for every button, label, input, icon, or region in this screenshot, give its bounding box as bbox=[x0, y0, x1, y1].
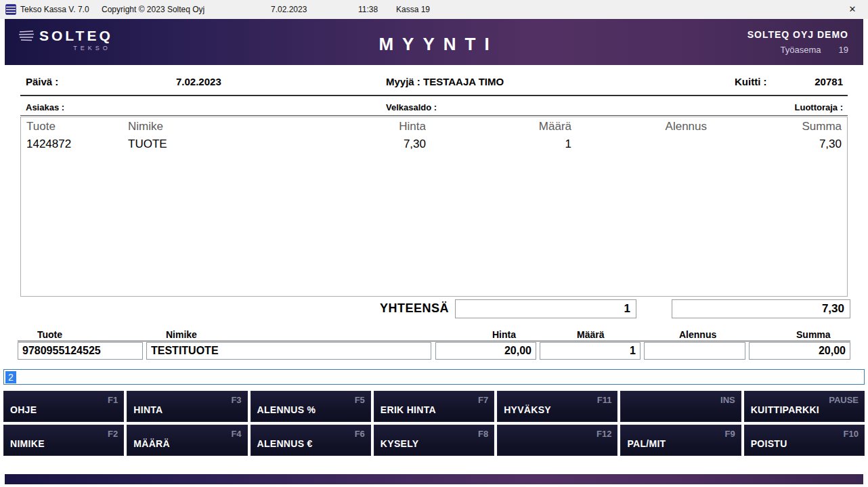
fkey-hint: F9 bbox=[725, 429, 735, 439]
seller-label: Myyjä : bbox=[386, 76, 420, 87]
entry-label-nimike: Nimike bbox=[166, 329, 197, 340]
solteq-logo: SOLTEQ TEKSO bbox=[18, 28, 113, 51]
entry-label-summa: Summa bbox=[796, 329, 831, 340]
debt-balance-label: Velkasaldo : bbox=[386, 102, 437, 112]
cell-alennus bbox=[571, 135, 707, 152]
hyvaksy-button[interactable]: HYVÄKSY F11 bbox=[497, 391, 617, 422]
divider bbox=[18, 341, 850, 341]
receipt-lines-table: Tuote Nimike Hinta Määrä Alennus Summa 1… bbox=[20, 117, 848, 297]
product-name-input[interactable] bbox=[146, 342, 431, 360]
entry-label-alennus: Alennus bbox=[679, 329, 716, 340]
fkey-hint: F8 bbox=[478, 429, 488, 439]
ohje-button[interactable]: OHJE F1 bbox=[3, 391, 124, 422]
cell-tuote: 1424872 bbox=[26, 135, 128, 152]
logo-subtext: TEKSO bbox=[18, 45, 113, 51]
total-sum-field: 7,30 bbox=[672, 299, 850, 318]
total-quantity-field: 1 bbox=[455, 299, 636, 318]
entry-label-tuote: Tuote bbox=[37, 329, 62, 340]
date-label: Päivä : bbox=[26, 76, 58, 87]
divider bbox=[20, 95, 848, 96]
fkey-hint: F3 bbox=[231, 395, 241, 405]
fkey-hint: F7 bbox=[478, 395, 488, 405]
seller-value: TESTAAJA TIMO bbox=[423, 76, 504, 87]
bottom-banner bbox=[5, 474, 863, 484]
fkey-hint: INS bbox=[720, 395, 735, 405]
sum-input[interactable] bbox=[749, 342, 850, 360]
table-row[interactable]: 1424872 TUOTE 7,30 1 7,30 bbox=[21, 135, 847, 152]
col-header-alennus: Alennus bbox=[571, 117, 707, 135]
poistu-button[interactable]: POISTU F10 bbox=[744, 425, 865, 456]
page-title: MYYNTI bbox=[370, 34, 498, 55]
alennus-euro-button[interactable]: ALENNUS € F6 bbox=[251, 425, 371, 456]
command-input[interactable]: 2 bbox=[3, 369, 865, 385]
col-header-summa: Summa bbox=[707, 117, 842, 135]
fkey-hint: F11 bbox=[597, 395, 612, 405]
command-selected-text: 2 bbox=[5, 371, 16, 383]
maara-button[interactable]: MÄÄRÄ F4 bbox=[127, 425, 247, 456]
fkey-hint: F6 bbox=[355, 429, 365, 439]
company-name: SOLTEQ OYJ DEMO bbox=[747, 29, 848, 40]
credit-limit-label: Luottoraja : bbox=[795, 102, 844, 112]
receipt-value: 20781 bbox=[815, 76, 843, 87]
total-label: YHTEENSÄ bbox=[380, 301, 449, 316]
fkey-hint: F2 bbox=[108, 429, 118, 439]
kysely-button[interactable]: KYSELY F8 bbox=[374, 425, 494, 456]
cell-nimike: TUOTE bbox=[128, 135, 318, 152]
quantity-input[interactable] bbox=[540, 342, 641, 360]
workstation-label: Työasema bbox=[781, 45, 821, 55]
workstation-info: Työasema19 bbox=[747, 45, 848, 55]
fkey-hint: F1 bbox=[108, 395, 118, 405]
app-header: SOLTEQ TEKSO MYYNTI SOLTEQ OYJ DEMO Työa… bbox=[5, 19, 863, 65]
solteq-logo-icon bbox=[18, 30, 35, 42]
fkey-hint: PAUSE bbox=[829, 395, 859, 405]
price-input[interactable] bbox=[435, 342, 536, 360]
fkey-hint: F12 bbox=[596, 429, 611, 439]
titlebar-date: 7.02.2023 bbox=[271, 5, 307, 14]
titlebar-register: Kassa 19 bbox=[396, 5, 430, 14]
col-header-maara: Määrä bbox=[426, 117, 571, 135]
titlebar: Tekso Kassa V. 7.0 Copyright © 2023 Solt… bbox=[0, 0, 868, 19]
pal-mit-button[interactable]: PAL/MIT F9 bbox=[620, 425, 741, 456]
product-code-input[interactable] bbox=[18, 342, 143, 360]
customer-label: Asiakas : bbox=[26, 102, 64, 112]
receipt-label: Kuitti : bbox=[735, 76, 766, 87]
cell-summa: 7,30 bbox=[707, 135, 842, 152]
fkey-hint: F5 bbox=[355, 395, 365, 405]
logo-text: SOLTEQ bbox=[39, 28, 113, 44]
function-key-grid: OHJE F1 HINTA F3 ALENNUS % F5 ERIK HINTA… bbox=[3, 391, 865, 456]
titlebar-time: 11:38 bbox=[358, 5, 378, 14]
entry-label-maara: Määrä bbox=[577, 329, 604, 340]
entry-label-hinta: Hinta bbox=[492, 329, 516, 340]
close-icon[interactable]: ✕ bbox=[837, 0, 868, 19]
window-title: Tekso Kassa V. 7.0 bbox=[20, 5, 89, 14]
workstation-number: 19 bbox=[839, 45, 848, 55]
seller-info: Myyjä : TESTAAJA TIMO bbox=[386, 76, 504, 87]
erik-hinta-button[interactable]: ERIK HINTA F7 bbox=[374, 391, 494, 422]
divider bbox=[20, 115, 848, 116]
fkey-hint: F4 bbox=[231, 429, 241, 439]
cell-hinta: 7,30 bbox=[318, 135, 426, 152]
col-header-tuote: Tuote bbox=[26, 117, 128, 135]
hinta-button[interactable]: HINTA F3 bbox=[127, 391, 247, 422]
cell-maara: 1 bbox=[426, 135, 571, 152]
col-header-nimike: Nimike bbox=[128, 117, 318, 135]
table-header-row: Tuote Nimike Hinta Määrä Alennus Summa bbox=[21, 117, 847, 135]
discount-input[interactable] bbox=[644, 342, 745, 360]
nimike-button[interactable]: NIMIKE F2 bbox=[3, 425, 124, 456]
alennus-prosentti-button[interactable]: ALENNUS % F5 bbox=[251, 391, 371, 422]
copyright-text: Copyright © 2023 Solteq Oyj bbox=[102, 5, 204, 14]
kuittiparkki-button[interactable]: KUITTIPARKKI PAUSE bbox=[744, 391, 865, 422]
date-value: 7.02.2023 bbox=[176, 76, 221, 87]
ins-button[interactable]: INS bbox=[620, 391, 741, 422]
f12-button[interactable]: F12 bbox=[497, 425, 617, 456]
fkey-hint: F10 bbox=[844, 429, 859, 439]
app-icon bbox=[5, 4, 16, 15]
col-header-hinta: Hinta bbox=[318, 117, 426, 135]
